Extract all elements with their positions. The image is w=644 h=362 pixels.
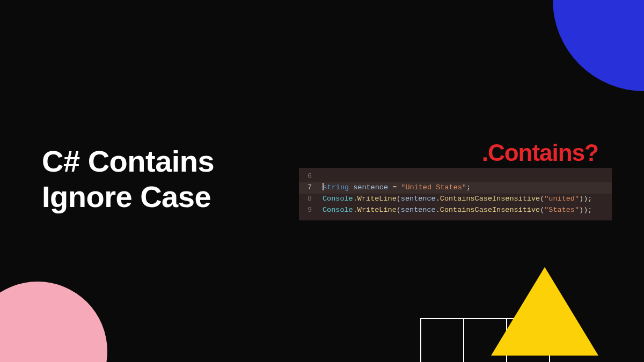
token-key: string [323, 183, 349, 191]
code-line: 7string sentence = "United States"; [299, 182, 612, 194]
token-punc: . [436, 206, 440, 214]
code-content: string sentence = "United States"; [318, 182, 471, 194]
code-editor: 67string sentence = "United States";8Con… [299, 168, 612, 220]
code-content: Console.WriteLine(sentence.ContainsCaseI… [318, 205, 592, 216]
token-punc [388, 183, 392, 191]
token-ident: sentence [401, 206, 436, 214]
token-punc: ; [466, 183, 471, 191]
token-obj: Console [323, 195, 353, 203]
line-number: 6 [299, 171, 318, 182]
code-content: Console.WriteLine(sentence.ContainsCaseI… [318, 194, 592, 205]
decor-quarter-circle [553, 0, 644, 91]
code-line: 6 [299, 171, 612, 182]
token-str: "States" [544, 206, 579, 214]
token-punc: ( [397, 195, 401, 203]
token-punc: . [353, 195, 357, 203]
token-punc: . [353, 206, 357, 214]
token-method: ContainsCaseInsensitive [440, 195, 540, 203]
line-number: 9 [299, 205, 318, 216]
line-number: 7 [299, 182, 318, 194]
token-punc [349, 183, 353, 191]
token-punc: )); [579, 206, 592, 214]
token-method: WriteLine [357, 206, 397, 214]
token-method: ContainsCaseInsensitive [440, 206, 540, 214]
token-punc: . [436, 195, 440, 203]
token-punc: ( [397, 206, 401, 214]
token-ident: sentence [353, 183, 388, 191]
decor-triangle-yellow [491, 267, 598, 356]
token-punc: )); [579, 195, 592, 203]
decor-circle-pink [0, 282, 107, 362]
token-str: "united" [544, 195, 579, 203]
token-method: WriteLine [357, 195, 397, 203]
line-number: 8 [299, 194, 318, 205]
code-line: 9Console.WriteLine(sentence.ContainsCase… [299, 205, 612, 216]
token-obj: Console [323, 206, 353, 214]
code-line: 8Console.WriteLine(sentence.ContainsCase… [299, 194, 612, 205]
token-ident: sentence [401, 195, 436, 203]
callout-text: .Contains? [482, 139, 598, 166]
token-str: "United States" [401, 183, 466, 191]
page-title: C# Contains Ignore Case [42, 144, 214, 215]
title-line-2: Ignore Case [42, 180, 211, 213]
title-line-1: C# Contains [42, 144, 214, 178]
